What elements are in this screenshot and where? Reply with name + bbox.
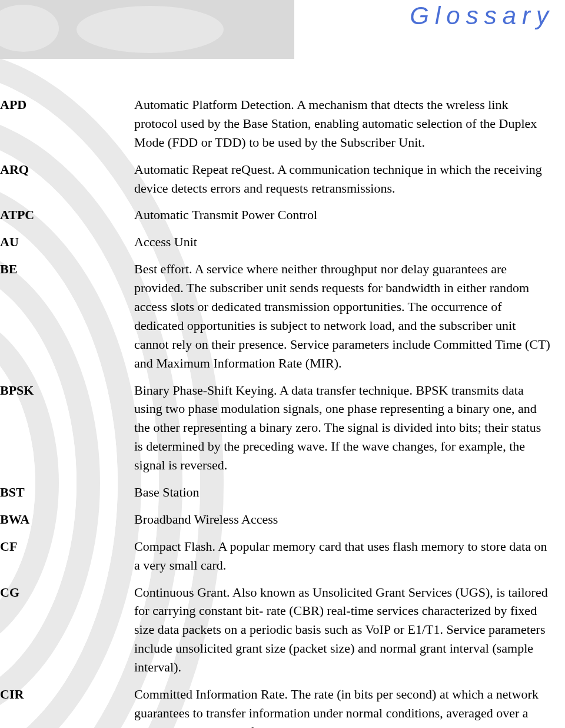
term: BE bbox=[0, 260, 134, 279]
glossary-entry: APDAutomatic Platform Detection. A mecha… bbox=[0, 95, 565, 152]
definition: Broadband Wireless Access bbox=[134, 510, 552, 529]
term: CF bbox=[0, 537, 134, 556]
definition: Automatic Transmit Power Control bbox=[134, 206, 552, 224]
term: APD bbox=[0, 95, 134, 114]
term: ARQ bbox=[0, 160, 134, 179]
definition: Best effort. A service where neither thr… bbox=[134, 260, 552, 372]
glossary-entry: CIRCommitted Information Rate. The rate … bbox=[0, 685, 565, 728]
header-graphic bbox=[0, 0, 294, 59]
definition: Binary Phase-Shift Keying. A data transf… bbox=[134, 381, 552, 475]
page-title: Glossary bbox=[410, 2, 554, 30]
term: AU bbox=[0, 233, 134, 252]
glossary-entry: BSTBase Station bbox=[0, 483, 565, 502]
glossary-entry: CGContinuous Grant. Also known as Unsoli… bbox=[0, 583, 565, 677]
glossary-entry: BEBest effort. A service where neither t… bbox=[0, 260, 565, 372]
glossary-entry: AUAccess Unit bbox=[0, 233, 565, 252]
glossary-entry: ARQAutomatic Repeat reQuest. A communica… bbox=[0, 160, 565, 198]
definition: Continuous Grant. Also known as Unsolici… bbox=[134, 583, 552, 677]
definition: Automatic Repeat reQuest. A communicatio… bbox=[134, 160, 552, 198]
term: BWA bbox=[0, 510, 134, 529]
glossary-entry: CFCompact Flash. A popular memory card t… bbox=[0, 537, 565, 575]
term: BST bbox=[0, 483, 134, 502]
glossary-entry: ATPCAutomatic Transmit Power Control bbox=[0, 206, 565, 224]
definition: Base Station bbox=[134, 483, 552, 502]
glossary-entry: BPSKBinary Phase-Shift Keying. A data tr… bbox=[0, 381, 565, 475]
definition: Compact Flash. A popular memory card tha… bbox=[134, 537, 552, 575]
definition: Committed Information Rate. The rate (in… bbox=[134, 685, 552, 728]
definition: Access Unit bbox=[134, 233, 552, 252]
term: CG bbox=[0, 583, 134, 602]
term: BPSK bbox=[0, 381, 134, 400]
definition: Automatic Platform Detection. A mechanis… bbox=[134, 95, 552, 152]
term: CIR bbox=[0, 685, 134, 704]
glossary-entry: BWABroadband Wireless Access bbox=[0, 510, 565, 529]
glossary-list: APDAutomatic Platform Detection. A mecha… bbox=[0, 95, 565, 728]
term: ATPC bbox=[0, 206, 134, 224]
